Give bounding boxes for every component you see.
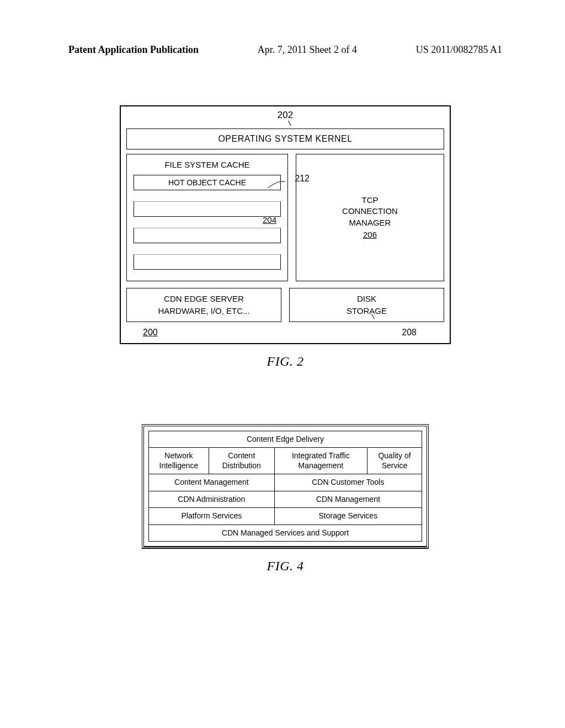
hot-object-cache-label: HOT OBJECT CACHE	[168, 178, 246, 187]
disk-storage-label-line1: DISK	[293, 293, 440, 305]
ref-200: 200	[143, 328, 158, 338]
ref-208: 208	[402, 328, 417, 338]
table-row: CDN Managed Services and Support	[149, 524, 422, 542]
cache-slot	[134, 228, 281, 243]
fig4-container: Content Edge Delivery Network Intelligen…	[142, 424, 429, 574]
disk-storage-label-line2: STORAGE	[293, 305, 440, 317]
tcp-label-line3: MANAGER	[349, 217, 391, 228]
callout-202: 202	[278, 110, 293, 121]
os-kernel-label: OPERATING SYSTEM KERNEL	[218, 134, 352, 144]
patent-page: Patent Application Publication Apr. 7, 2…	[0, 0, 565, 728]
tcp-label-line2: CONNECTION	[342, 206, 398, 217]
fig2-mid-row: FILE SYSTEM CACHE HOT OBJECT CACHE 212 2…	[126, 154, 444, 281]
cdn-hardware-label-line2: HARDWARE, I/O, ETC...	[130, 305, 278, 317]
table-row: CDN Administration CDN Management	[149, 491, 422, 508]
table-row: Platform Services Storage Services	[149, 508, 422, 525]
cdn-hardware-box: CDN EDGE SERVER HARDWARE, I/O, ETC...	[126, 288, 281, 322]
cdn-hardware-label-line1: CDN EDGE SERVER	[130, 293, 278, 305]
fig2-container: 202 OPERATING SYSTEM KERNEL FILE SYSTEM …	[120, 105, 451, 369]
cache-slot	[134, 254, 281, 270]
cell-quality-of-service: Quality of Service	[367, 448, 422, 474]
hot-object-cache-box: HOT OBJECT CACHE	[134, 175, 281, 190]
cache-slot	[134, 201, 281, 217]
cell-integrated-traffic-management: Integrated Traffic Management	[274, 448, 367, 474]
fig2-diagram: 202 OPERATING SYSTEM KERNEL FILE SYSTEM …	[120, 105, 451, 344]
cell-cdn-customer-tools: CDN Customer Tools	[274, 474, 422, 491]
cell-content-management: Content Management	[149, 474, 275, 491]
fig2-caption: FIG. 2	[120, 354, 451, 369]
cell-cdn-administration: CDN Administration	[149, 491, 275, 508]
cell-cdn-management: CDN Management	[274, 491, 422, 508]
fig4-table: Content Edge Delivery Network Intelligen…	[148, 431, 422, 542]
cell-platform-services: Platform Services	[149, 508, 275, 525]
callout-212-leader	[266, 180, 286, 191]
table-row: Content Management CDN Customer Tools	[149, 474, 422, 491]
page-header: Patent Application Publication Apr. 7, 2…	[66, 44, 504, 56]
disk-storage-box: DISK STORAGE	[289, 288, 444, 322]
table-row: Network Intelligence Content Distributio…	[149, 448, 422, 474]
fig2-foot-row: 200 208	[126, 322, 444, 338]
tcp-connection-manager-box: TCP CONNECTION MANAGER 206	[296, 154, 444, 281]
file-system-cache-label: FILE SYSTEM CACHE	[134, 160, 281, 169]
header-right: US 2011/0082785 A1	[416, 44, 502, 56]
tcp-label-line1: TCP	[362, 195, 379, 206]
callout-202-leader	[288, 121, 291, 126]
cell-storage-services: Storage Services	[274, 508, 422, 525]
ref-206: 206	[363, 229, 377, 240]
ref-204: 204	[263, 215, 276, 224]
table-row: Content Edge Delivery	[149, 431, 422, 448]
fig4-table-frame: Content Edge Delivery Network Intelligen…	[142, 424, 429, 549]
cell-content-edge-delivery: Content Edge Delivery	[149, 431, 422, 448]
header-center: Apr. 7, 2011 Sheet 2 of 4	[258, 44, 357, 56]
cell-content-distribution: Content Distribution	[209, 448, 274, 474]
os-kernel-box: OPERATING SYSTEM KERNEL	[126, 129, 444, 149]
file-system-cache-box: FILE SYSTEM CACHE HOT OBJECT CACHE 212 2…	[126, 154, 288, 281]
cell-cdn-managed-services: CDN Managed Services and Support	[149, 524, 422, 542]
header-left: Patent Application Publication	[68, 44, 199, 56]
fig2-bottom-row: CDN EDGE SERVER HARDWARE, I/O, ETC... DI…	[126, 288, 444, 322]
cell-network-intelligence: Network Intelligence	[149, 448, 209, 474]
fig4-caption: FIG. 4	[142, 559, 429, 574]
